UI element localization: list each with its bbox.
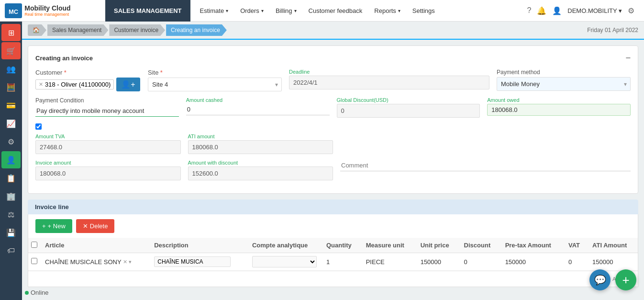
row-compte-select[interactable] xyxy=(252,256,317,267)
sidebar-item-person[interactable]: 👤 xyxy=(1,151,21,168)
payment-method-label: Payment method xyxy=(497,69,631,76)
form-card-title: Creating an invoice − xyxy=(35,53,631,63)
payment-condition-input[interactable] xyxy=(35,105,179,117)
amount-cashed-field-group: Amount cashed xyxy=(186,97,330,115)
breadcrumb-sales-management[interactable]: Sales Management xyxy=(47,24,108,36)
breadcrumb-creating-invoice[interactable]: Creating an invoice xyxy=(166,24,227,36)
deadline-input[interactable] xyxy=(289,76,489,89)
estimate-arrow-icon: ▾ xyxy=(226,8,228,13)
row-checkbox[interactable] xyxy=(31,258,37,264)
amount-tva-input[interactable] xyxy=(35,140,181,154)
amount-owed-label: Amount owed xyxy=(487,97,631,103)
checkbox-row xyxy=(35,123,631,130)
chat-fab-button[interactable]: 💬 xyxy=(589,269,611,290)
amount-cashed-input[interactable] xyxy=(186,104,330,115)
gear-icon[interactable]: ⚙ xyxy=(628,6,634,15)
logo-text: Mobility Cloud Real time management xyxy=(24,4,70,17)
notifications-icon[interactable]: 🔔 xyxy=(537,6,546,15)
sidebar-item-shop[interactable]: 🛒 xyxy=(1,42,21,59)
minimize-icon[interactable]: − xyxy=(625,53,631,63)
row-pretax-cell: 150000 xyxy=(500,253,564,271)
invoice-amount-label: Invoice amount xyxy=(35,160,181,166)
customer-value: 318 - Oliver (41100000) xyxy=(45,81,111,88)
amount-owed-input[interactable] xyxy=(487,104,631,116)
col-checkbox xyxy=(28,238,40,253)
row-measure-unit-cell: PIECE xyxy=(361,253,416,271)
logo-area: MC Mobility Cloud Real time management xyxy=(5,3,105,18)
user-label[interactable]: DEMO.MOBILITY ▾ xyxy=(567,7,622,14)
breadcrumb-bar: 🏠 Sales Management Customer invoice Crea… xyxy=(22,22,644,40)
sidebar-item-settings[interactable]: ⚙ xyxy=(1,133,21,150)
customer-field-group: Customer * ✕ 318 - Oliver (41100000) 👤+ xyxy=(35,69,141,91)
add-customer-button[interactable]: 👤+ xyxy=(116,78,140,91)
user-avatar-icon[interactable]: 👤 xyxy=(552,6,562,15)
help-icon[interactable]: ? xyxy=(527,6,531,15)
top-navigation: MC Mobility Cloud Real time management S… xyxy=(0,0,644,22)
sidebar-item-scale[interactable]: ⚖ xyxy=(1,206,21,223)
ati-amount-label: ATI amount xyxy=(188,133,333,139)
sidebar-item-payment[interactable]: 💳 xyxy=(1,97,21,114)
select-all-checkbox[interactable] xyxy=(31,242,37,248)
sidebar-item-save[interactable]: 💾 xyxy=(1,224,21,241)
nav-estimate[interactable]: Estimate ▾ xyxy=(195,0,233,22)
user-arrow-icon: ▾ xyxy=(619,7,622,14)
logo-icon: MC xyxy=(5,3,22,18)
payment-condition-label: Payment Condition xyxy=(35,97,179,104)
invoice-table-header: Article Description Compte analytique Qu… xyxy=(28,238,638,253)
amount-with-discount-field-group: Amount with discount xyxy=(188,160,333,180)
global-discount-input[interactable] xyxy=(337,104,480,118)
site-select[interactable]: Site 4 xyxy=(148,78,282,91)
nav-billing[interactable]: Billing ▾ xyxy=(271,0,301,22)
invoice-amount-input[interactable] xyxy=(35,167,181,180)
amount-with-discount-input[interactable] xyxy=(188,167,333,180)
new-invoice-line-button[interactable]: + + New xyxy=(35,219,72,233)
comment-input[interactable] xyxy=(340,160,631,171)
nav-orders[interactable]: Orders ▾ xyxy=(235,0,268,22)
sidebar-item-chart[interactable]: 📈 xyxy=(1,115,21,132)
add-fab-button[interactable]: + xyxy=(615,269,636,290)
orders-arrow-icon: ▾ xyxy=(261,8,264,13)
col-unit-price: Unit price xyxy=(416,238,459,253)
invoice-form-card: Creating an invoice − Customer * ✕ 318 -… xyxy=(28,45,638,194)
online-indicator: Online xyxy=(25,289,49,296)
col-ati: ATI Amount xyxy=(588,238,638,253)
tva-checkbox[interactable] xyxy=(35,123,42,130)
invoice-line-header: Invoice line xyxy=(28,200,638,214)
nav-right-actions: ? 🔔 👤 DEMO.MOBILITY ▾ ⚙ xyxy=(527,6,639,15)
payment-method-select[interactable]: Mobile Money xyxy=(497,77,631,91)
logo-tagline: Real time management xyxy=(24,12,70,17)
row-description-input[interactable] xyxy=(154,256,231,267)
breadcrumb-home[interactable]: 🏠 xyxy=(28,24,46,36)
payment-condition-field-group: Payment Condition xyxy=(35,97,179,117)
amount-tva-label: Amount TVA xyxy=(35,133,181,139)
row-description-cell xyxy=(149,253,247,271)
sidebar-item-building[interactable]: 🏢 xyxy=(1,188,21,205)
global-discount-label: Global Discount(USD) xyxy=(337,97,480,103)
deadline-field-group: Deadline xyxy=(289,69,489,89)
payment-method-field-group: Payment method Mobile Money ▾ xyxy=(497,69,631,91)
row-vat-cell: 0 xyxy=(564,253,588,271)
customer-input-row: ✕ 318 - Oliver (41100000) 👤+ xyxy=(35,78,141,91)
row-remove-icon[interactable]: ✕ xyxy=(123,259,127,265)
remove-customer-icon[interactable]: ✕ xyxy=(39,81,43,88)
sidebar-item-calc[interactable]: 🧮 xyxy=(1,78,21,96)
invoice-line-body: + + New ✕ Delete Article Description C xyxy=(28,214,638,287)
sidebar-item-clipboard[interactable]: 📋 xyxy=(1,169,21,187)
row-ati-cell: 150000 xyxy=(588,253,638,271)
plus-icon: + xyxy=(42,222,46,230)
sidebar-item-users[interactable]: 👥 xyxy=(1,60,21,78)
col-article: Article xyxy=(40,238,149,253)
sidebar-item-home[interactable]: ⊞ xyxy=(1,24,21,41)
col-pretax: Pre-tax Amount xyxy=(500,238,564,253)
table-row: CHAÎNE MUSICALE SONY ✕ ▾ xyxy=(28,253,638,271)
nav-settings[interactable]: Settings xyxy=(408,0,440,22)
delete-invoice-line-button[interactable]: ✕ Delete xyxy=(76,219,115,233)
sidebar-item-tag[interactable]: 🏷 xyxy=(1,242,21,259)
row-discount-cell: 0 xyxy=(459,253,500,271)
ati-amount-input[interactable] xyxy=(188,140,333,154)
customer-tag: ✕ 318 - Oliver (41100000) xyxy=(35,79,114,89)
nav-reports[interactable]: Reports ▾ xyxy=(369,0,405,22)
nav-customer-feedback[interactable]: Customer feedback xyxy=(304,0,367,22)
breadcrumb-customer-invoice[interactable]: Customer invoice xyxy=(109,24,165,36)
row-expand-icon[interactable]: ▾ xyxy=(129,259,132,265)
